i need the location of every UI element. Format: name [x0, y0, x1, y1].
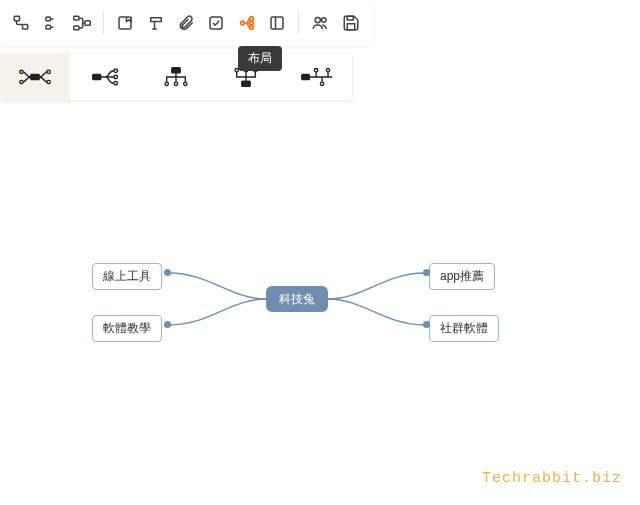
- watermark: Techrabbit.biz: [482, 470, 622, 487]
- format-button[interactable]: [141, 7, 169, 39]
- node-connector-dot: [164, 269, 171, 276]
- separator: [103, 12, 104, 34]
- svg-point-11: [249, 21, 253, 25]
- svg-point-26: [114, 81, 118, 85]
- node-connector-dot: [423, 321, 430, 328]
- svg-rect-16: [347, 24, 355, 30]
- svg-point-30: [184, 82, 187, 85]
- layout-icon: [238, 14, 256, 32]
- svg-rect-4: [74, 16, 79, 20]
- svg-rect-35: [302, 74, 310, 79]
- add-parent-icon: [72, 14, 92, 32]
- mindmap-node-bottom-right[interactable]: 社群軟體: [429, 315, 499, 342]
- svg-rect-18: [31, 74, 40, 79]
- svg-point-38: [320, 82, 323, 85]
- svg-point-10: [249, 17, 253, 21]
- svg-rect-27: [172, 68, 180, 73]
- layout-tooltip: 布局: [238, 46, 282, 71]
- layout-org-down-icon: [161, 66, 191, 88]
- svg-point-36: [314, 69, 317, 72]
- svg-rect-6: [85, 21, 90, 26]
- checkbox-button[interactable]: [202, 7, 230, 39]
- layout-option-timeline[interactable]: [282, 54, 352, 100]
- add-sibling-button[interactable]: [37, 7, 65, 39]
- layout-right-tree-icon: [91, 66, 121, 88]
- svg-point-12: [249, 26, 253, 30]
- layout-options-panel: [0, 54, 352, 100]
- checkbox-icon: [207, 14, 225, 32]
- layout-timeline-icon: [300, 66, 334, 88]
- svg-point-37: [326, 69, 329, 72]
- panel-button[interactable]: [263, 7, 291, 39]
- svg-point-19: [20, 70, 23, 73]
- svg-rect-31: [242, 81, 250, 86]
- svg-point-20: [20, 80, 23, 83]
- save-icon: [342, 14, 360, 32]
- svg-point-14: [316, 17, 321, 22]
- svg-rect-7: [119, 17, 131, 29]
- svg-rect-23: [92, 74, 100, 79]
- add-sibling-icon: [43, 14, 61, 32]
- svg-point-25: [114, 75, 118, 79]
- main-toolbar: [0, 0, 372, 46]
- mindmap-node-top-right[interactable]: app推薦: [429, 263, 495, 290]
- svg-rect-2: [46, 17, 51, 21]
- save-button[interactable]: [337, 7, 365, 39]
- svg-rect-13: [271, 17, 283, 29]
- svg-point-22: [47, 80, 50, 83]
- svg-point-24: [114, 69, 118, 73]
- svg-point-9: [240, 21, 244, 25]
- attach-icon: [177, 14, 195, 32]
- node-connector-dot: [164, 321, 171, 328]
- card-button[interactable]: [111, 7, 139, 39]
- format-icon: [147, 14, 165, 32]
- svg-rect-17: [347, 16, 353, 20]
- layout-option-both-sides[interactable]: [0, 54, 70, 100]
- layout-button[interactable]: [233, 7, 261, 39]
- svg-point-15: [322, 18, 327, 23]
- add-parent-button[interactable]: [68, 7, 96, 39]
- svg-rect-5: [74, 26, 79, 30]
- svg-point-29: [174, 82, 177, 85]
- mindmap-node-top-left[interactable]: 線上工具: [92, 263, 162, 290]
- card-icon: [116, 14, 134, 32]
- separator: [298, 12, 299, 34]
- collaborate-button[interactable]: [306, 7, 334, 39]
- node-connector-dot: [423, 269, 430, 276]
- mindmap-node-bottom-left[interactable]: 軟體教學: [92, 315, 162, 342]
- svg-rect-3: [46, 25, 51, 29]
- svg-rect-0: [14, 16, 19, 21]
- panel-icon: [268, 14, 286, 32]
- svg-rect-1: [23, 25, 28, 30]
- layout-both-sides-icon: [18, 66, 52, 88]
- add-child-icon: [12, 14, 30, 32]
- add-child-button[interactable]: [7, 7, 35, 39]
- mindmap-center-node[interactable]: 科技兔: [266, 286, 328, 312]
- svg-rect-8: [210, 17, 222, 29]
- attach-button[interactable]: [172, 7, 200, 39]
- layout-option-right-tree[interactable]: [70, 54, 140, 100]
- svg-point-21: [47, 70, 50, 73]
- svg-point-28: [165, 82, 168, 85]
- layout-option-org-down[interactable]: [141, 54, 211, 100]
- collaborate-icon: [310, 14, 330, 32]
